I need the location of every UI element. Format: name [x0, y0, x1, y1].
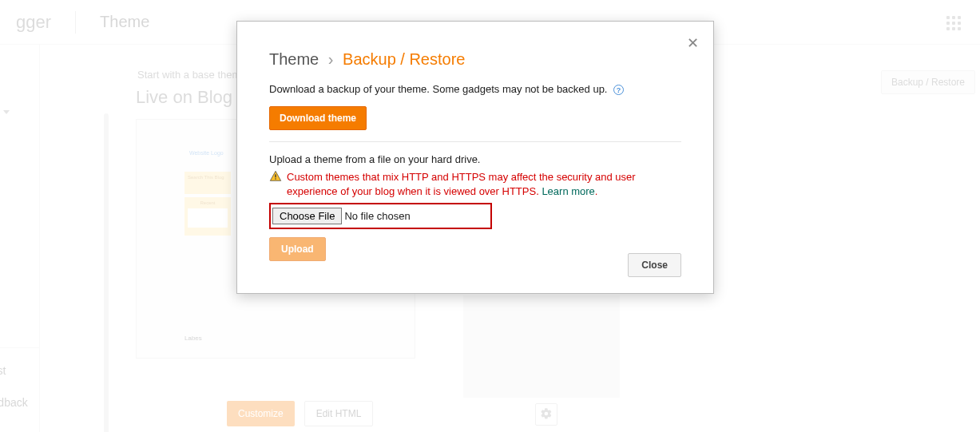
warning-icon — [269, 170, 282, 185]
svg-rect-1 — [275, 178, 276, 179]
no-file-label: No file chosen — [344, 210, 410, 222]
upload-button[interactable]: Upload — [269, 237, 326, 261]
upload-description: Upload a theme from a file on your hard … — [269, 153, 681, 165]
divider — [269, 141, 681, 142]
learn-more-link[interactable]: Learn more — [542, 185, 594, 197]
file-input-highlight: Choose File No file chosen — [269, 203, 492, 229]
backup-restore-modal: ✕ Theme › Backup / Restore Download a ba… — [236, 21, 714, 294]
warning-row: Custom themes that mix HTTP and HTTPS ma… — [269, 170, 681, 198]
warning-text: Custom themes that mix HTTP and HTTPS ma… — [287, 170, 681, 198]
crumb-separator: › — [328, 50, 334, 68]
close-icon[interactable]: ✕ — [687, 36, 699, 50]
modal-breadcrumb: Theme › Backup / Restore — [269, 50, 681, 69]
crumb-backup-restore: Backup / Restore — [343, 50, 465, 68]
download-description: Download a backup of your theme. Some ga… — [269, 83, 681, 95]
crumb-theme: Theme — [269, 50, 319, 68]
close-button[interactable]: Close — [628, 253, 681, 277]
svg-rect-0 — [275, 174, 276, 177]
help-icon[interactable]: ? — [613, 85, 624, 95]
download-theme-button[interactable]: Download theme — [269, 106, 367, 130]
choose-file-button[interactable]: Choose File — [272, 208, 342, 224]
